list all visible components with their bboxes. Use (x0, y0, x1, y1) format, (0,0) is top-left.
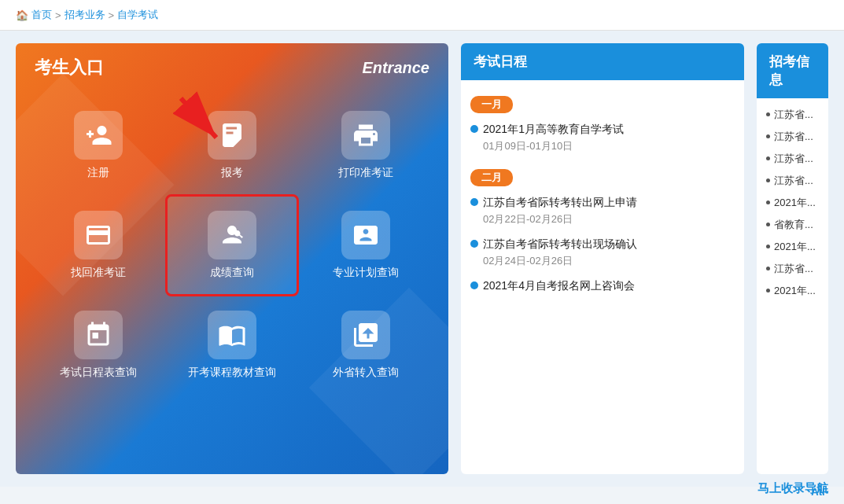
major-query-icon-circle (341, 211, 390, 259)
register-label: 注册 (87, 166, 109, 180)
transfer-list-icon (352, 321, 380, 349)
news-item-5[interactable]: 省教育... (766, 218, 819, 232)
news-header: 招考信息 (757, 43, 828, 98)
news-bullet-7 (766, 267, 770, 270)
schedule-header: 考试日程 (461, 43, 744, 80)
entrance-header: 考生入口 Entrance (16, 43, 448, 89)
person-search-icon (218, 221, 246, 249)
print-ticket-icon-circle (341, 111, 390, 160)
schedule-item-1: 江苏自考省际转考转出网上申请 02月22日-02月26日 (470, 194, 735, 226)
breadcrumb-current[interactable]: 自学考试 (117, 8, 158, 22)
schedule-item-2-date: 02月24日-02月26日 (483, 254, 637, 268)
refresh-card-icon (84, 221, 112, 249)
schedule-panel: 考试日程 一月 2021年1月高等教育自学考试 01月09日-01月10日 二月 (461, 43, 744, 474)
home-icon: 🏠 (16, 9, 28, 21)
entrance-item-transfer-query[interactable]: 外省转入查询 (299, 296, 433, 394)
entrance-item-print-ticket[interactable]: 打印准考证 (299, 97, 433, 194)
news-bullet-1 (766, 134, 770, 138)
schedule-item-3-title: 2021年4月自考报名网上咨询会 (483, 278, 635, 294)
news-bullet-6 (766, 245, 770, 248)
month-tag-january: 一月 (470, 96, 513, 113)
schedule-item-0-title: 2021年1月高等教育自学考试 (483, 121, 624, 138)
entrance-item-major-query[interactable]: 专业计划查询 (299, 194, 433, 296)
person-badge-icon (352, 221, 380, 249)
news-bullet-2 (766, 156, 770, 160)
entrance-item-register[interactable]: 注册 (31, 97, 165, 194)
entrance-item-course-query[interactable]: 开考课程教材查询 (165, 296, 299, 394)
news-item-2[interactable]: 江苏省... (766, 152, 819, 166)
major-query-label: 专业计划查询 (333, 266, 399, 280)
news-item-3[interactable]: 江苏省... (766, 174, 819, 188)
schedule-item-1-title: 江苏自考省际转考转出网上申请 (483, 194, 637, 211)
find-ticket-label: 找回准考证 (71, 266, 126, 280)
entrance-item-schedule-query[interactable]: 考试日程表查询 (31, 296, 165, 394)
schedule-item-0: 2021年1月高等教育自学考试 01月09日-01月10日 (470, 121, 735, 153)
news-bullet-5 (766, 223, 770, 226)
atf-label: AtF (811, 486, 828, 498)
schedule-item-3: 2021年4月自考报名网上咨询会 (470, 278, 735, 296)
book-open-icon (218, 321, 246, 349)
news-item-8[interactable]: 2021年... (766, 284, 819, 298)
schedule-item-1-date: 02月22日-02月26日 (483, 212, 637, 226)
entrance-title: 考生入口 (35, 56, 104, 79)
schedule-content[interactable]: 一月 2021年1月高等教育自学考试 01月09日-01月10日 二月 江苏自考… (461, 80, 744, 315)
schedule-dot-3 (470, 281, 478, 289)
transfer-query-label: 外省转入查询 (333, 366, 399, 380)
calendar-icon (84, 321, 112, 349)
breadcrumb-sep1: > (55, 9, 61, 21)
printer-icon (352, 121, 380, 149)
news-item-0[interactable]: 江苏省... (766, 108, 819, 122)
person-add-icon (84, 121, 112, 149)
breadcrumb-sep2: > (109, 9, 115, 21)
course-query-label: 开考课程教材查询 (188, 366, 276, 380)
main-content: 考生入口 Entrance 注 (0, 31, 844, 487)
news-item-1[interactable]: 江苏省... (766, 130, 819, 144)
entrance-panel: 考生入口 Entrance 注 (16, 43, 448, 474)
find-ticket-icon-circle (74, 211, 123, 259)
news-item-7[interactable]: 江苏省... (766, 262, 819, 276)
entrance-item-find-ticket[interactable]: 找回准考证 (31, 194, 165, 296)
schedule-item-0-date: 01月09日-01月10日 (483, 139, 624, 153)
score-query-label: 成绩查询 (210, 266, 254, 280)
score-query-icon-circle (208, 211, 256, 259)
schedule-query-label: 考试日程表查询 (60, 366, 137, 380)
red-arrow (173, 90, 236, 156)
news-bullet-4 (766, 200, 770, 204)
transfer-query-icon-circle (341, 311, 390, 359)
entrance-subtitle: Entrance (362, 59, 429, 77)
print-ticket-label: 打印准考证 (338, 166, 393, 180)
news-bullet-0 (766, 112, 770, 116)
exam-signup-label: 报考 (221, 166, 243, 180)
schedule-query-icon-circle (74, 311, 123, 359)
breadcrumb-link1[interactable]: 招考业务 (64, 8, 105, 22)
news-item-4[interactable]: 2021年... (766, 196, 819, 210)
news-item-6[interactable]: 2021年... (766, 240, 819, 254)
schedule-dot-1 (470, 198, 478, 206)
schedule-dot-2 (470, 240, 478, 248)
news-bullet-8 (766, 289, 770, 292)
news-panel: 招考信息 江苏省... 江苏省... 江苏省... 江苏省... 2021年..… (757, 43, 828, 474)
home-link[interactable]: 首页 (31, 8, 52, 22)
course-query-icon-circle (208, 311, 256, 359)
breadcrumb-bar: 🏠 首页 > 招考业务 > 自学考试 (0, 0, 844, 31)
svg-line-1 (181, 98, 216, 138)
schedule-item-2-title: 江苏自考省际转考转出现场确认 (483, 236, 637, 252)
entrance-item-score-query[interactable]: 成绩查询 (165, 194, 299, 296)
news-bullet-3 (766, 178, 770, 182)
schedule-item-2: 江苏自考省际转考转出现场确认 02月24日-02月26日 (470, 236, 735, 268)
month-february: 二月 江苏自考省际转考转出网上申请 02月22日-02月26日 江苏自考省际转考… (470, 163, 735, 296)
schedule-dot-0 (470, 125, 478, 133)
month-january: 一月 2021年1月高等教育自学考试 01月09日-01月10日 (470, 90, 735, 153)
news-content: 江苏省... 江苏省... 江苏省... 江苏省... 2021年... 省教育… (757, 98, 828, 315)
register-icon-circle (74, 111, 123, 160)
month-tag-february: 二月 (470, 169, 513, 186)
